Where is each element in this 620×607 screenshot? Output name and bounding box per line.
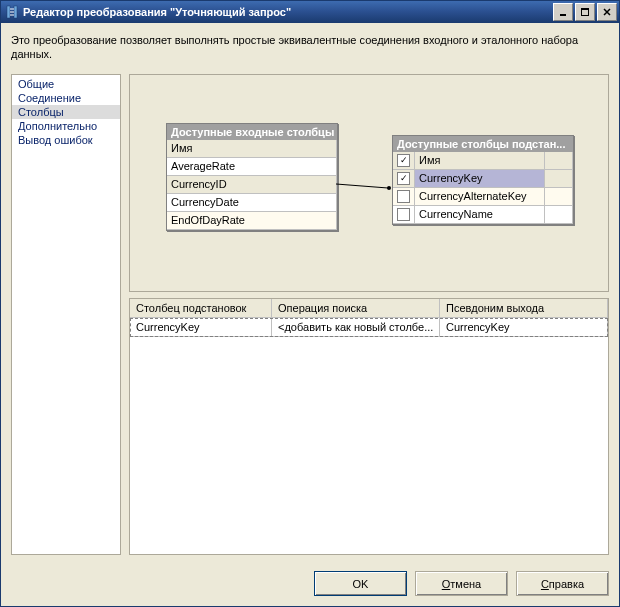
close-button[interactable]	[597, 3, 617, 21]
grid-header-lookup-column[interactable]: Столбец подстановок	[130, 299, 272, 317]
grid-row[interactable]: CurrencyKey <добавить как новый столбе..…	[130, 318, 608, 337]
lookup-columns-header-name[interactable]: Имя	[415, 152, 545, 169]
cancel-button[interactable]: Отмена	[415, 571, 508, 596]
nav-item-error-output[interactable]: Вывод ошибок	[12, 133, 120, 147]
lookup-column-row[interactable]: ✓ CurrencyKey	[393, 170, 573, 188]
lookup-column-row[interactable]: CurrencyName	[393, 206, 573, 224]
minimize-button[interactable]	[553, 3, 573, 21]
input-column-row[interactable]: CurrencyDate	[167, 194, 337, 212]
grid-cell-lookup-operation[interactable]: <добавить как новый столбе...	[272, 318, 440, 336]
nav-item-connection[interactable]: Соединение	[12, 91, 120, 105]
lookup-column-name: CurrencyName	[415, 206, 545, 223]
app-icon	[5, 5, 19, 19]
input-column-row[interactable]: AverageRate	[167, 158, 337, 176]
input-column-name: EndOfDayRate	[167, 212, 337, 229]
dialog-window: Редактор преобразования "Уточняющий запр…	[0, 0, 620, 607]
lookup-columns-title: Доступные столбцы подстан...	[393, 136, 573, 152]
maximize-button[interactable]	[575, 3, 595, 21]
lookup-column-checkbox[interactable]: ✓	[393, 170, 415, 187]
nav-item-advanced[interactable]: Дополнительно	[12, 119, 120, 133]
grid-header-lookup-operation[interactable]: Операция поиска	[272, 299, 440, 317]
grid-header-output-alias[interactable]: Псевдоним выхода	[440, 299, 608, 317]
title-bar[interactable]: Редактор преобразования "Уточняющий запр…	[1, 1, 619, 23]
svg-rect-0	[7, 6, 10, 18]
ok-button[interactable]: OK	[314, 571, 407, 596]
lookup-column-checkbox[interactable]	[393, 188, 415, 205]
grid-cell-output-alias[interactable]: CurrencyKey	[440, 318, 608, 336]
input-column-name: CurrencyID	[167, 176, 337, 193]
input-columns-box[interactable]: Доступные входные столбцы Имя AverageRat…	[166, 123, 338, 231]
lookup-column-name: CurrencyKey	[415, 170, 545, 187]
input-column-name: AverageRate	[167, 158, 337, 175]
window-title: Редактор преобразования "Уточняющий запр…	[23, 6, 553, 18]
output-mapping-grid[interactable]: Столбец подстановок Операция поиска Псев…	[129, 298, 609, 555]
svg-rect-1	[14, 6, 17, 18]
lookup-column-checkbox[interactable]	[393, 206, 415, 223]
lookup-column-row[interactable]: CurrencyAlternateKey	[393, 188, 573, 206]
lookup-columns-header-spacer	[545, 152, 573, 169]
mapping-connector-line	[336, 181, 392, 191]
svg-rect-4	[581, 8, 589, 10]
grid-cell-lookup-column[interactable]: CurrencyKey	[130, 318, 272, 336]
svg-line-5	[336, 184, 388, 188]
nav-panel: Общие Соединение Столбцы Дополнительно В…	[11, 74, 121, 555]
lookup-select-all-checkbox[interactable]: ✓	[393, 152, 415, 169]
help-button[interactable]: Справка	[516, 571, 609, 596]
svg-rect-2	[560, 14, 566, 16]
dialog-button-bar: OK Отмена Справка	[1, 563, 619, 606]
lookup-columns-box[interactable]: Доступные столбцы подстан... ✓ Имя ✓	[392, 135, 574, 225]
column-mapping-area: Доступные входные столбцы Имя AverageRat…	[129, 74, 609, 292]
nav-item-columns[interactable]: Столбцы	[12, 105, 120, 119]
input-columns-header-name[interactable]: Имя	[167, 140, 337, 157]
input-column-name: CurrencyDate	[167, 194, 337, 211]
input-columns-title: Доступные входные столбцы	[167, 124, 337, 140]
dialog-description: Это преобразование позволяет выполнять п…	[11, 33, 609, 62]
input-column-row[interactable]: CurrencyID	[167, 176, 337, 194]
svg-point-6	[387, 186, 391, 190]
input-column-row[interactable]: EndOfDayRate	[167, 212, 337, 230]
lookup-column-name: CurrencyAlternateKey	[415, 188, 545, 205]
nav-item-general[interactable]: Общие	[12, 77, 120, 91]
